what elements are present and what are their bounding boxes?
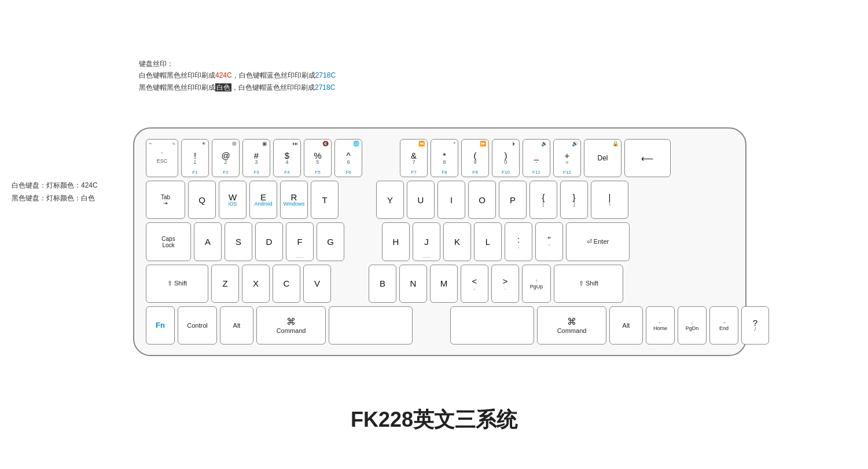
- key-z[interactable]: Z: [211, 265, 239, 303]
- key-b[interactable]: B: [369, 265, 396, 303]
- row-asdf: Caps Lock A S D F —— G H J —— K L: [146, 222, 734, 261]
- annotation-line1: 键盘丝印：: [139, 58, 336, 69]
- row-bottom: Fn Control Alt ⌘ Command ⌘ Command: [146, 306, 734, 345]
- key-e[interactable]: E Android: [249, 181, 277, 219]
- key-3[interactable]: ▣ # 3 F3: [242, 139, 270, 177]
- key-7[interactable]: ⏪ & 7 F7: [400, 139, 428, 177]
- key-4[interactable]: ⏭ $ 4 F4: [273, 139, 301, 177]
- key-r[interactable]: R Windows: [280, 181, 308, 219]
- key-v[interactable]: V: [303, 265, 331, 303]
- key-h[interactable]: H: [382, 222, 410, 261]
- key-comma[interactable]: < ,: [461, 265, 488, 303]
- key-5[interactable]: 🔇 % 5 F5: [304, 139, 332, 177]
- key-2[interactable]: ⊞ @ 2 F2: [212, 139, 240, 177]
- key-backspace[interactable]: ⟵: [624, 139, 671, 177]
- key-m[interactable]: M: [430, 265, 458, 303]
- key-rbracket[interactable]: } ]: [560, 181, 588, 219]
- key-a[interactable]: A: [194, 222, 222, 261]
- key-1[interactable]: ☀ ! 1 F1: [181, 139, 209, 177]
- key-k[interactable]: K: [443, 222, 471, 261]
- page-container: 键盘丝印： 白色键帽黑色丝印印刷成424C，白色键帽蓝色丝印印刷成2718C 黑…: [0, 0, 868, 469]
- annotation-line2: 白色键帽黑色丝印印刷成424C，白色键帽蓝色丝印印刷成2718C: [139, 69, 336, 81]
- key-quote[interactable]: " ': [535, 222, 563, 261]
- key-w[interactable]: W iOS: [219, 181, 247, 219]
- key-enter[interactable]: ⏎ Enter: [566, 222, 630, 261]
- key-lbracket[interactable]: { [: [529, 181, 557, 219]
- key-n[interactable]: N: [399, 265, 427, 303]
- key-alt-right[interactable]: Alt: [609, 306, 643, 345]
- key-j[interactable]: J ——: [413, 222, 440, 261]
- key-control-left[interactable]: Control: [178, 306, 217, 345]
- key-x[interactable]: X: [242, 265, 270, 303]
- key-t[interactable]: T: [311, 181, 339, 219]
- key-8[interactable]: * * 8 F8: [431, 139, 458, 177]
- key-shift-right[interactable]: ⇧ Shift: [554, 265, 623, 303]
- row-zxcv: ⇧ Shift Z X C V B N M < , > .: [146, 265, 734, 303]
- key-g[interactable]: G: [317, 222, 344, 261]
- key-o[interactable]: O: [468, 181, 496, 219]
- key-space-left[interactable]: [329, 306, 413, 345]
- page-title: FK228英文三系统: [351, 406, 517, 434]
- key-alt-left[interactable]: Alt: [220, 306, 253, 345]
- key-c[interactable]: C: [273, 265, 300, 303]
- key-l[interactable]: L: [474, 222, 502, 261]
- white-keyboard-label: 白色键盘：灯标颜色：424C: [12, 179, 98, 192]
- key-pgdn[interactable]: ↓ PgDn: [678, 306, 707, 345]
- key-0[interactable]: ⏵ ) 0 F10: [492, 139, 520, 177]
- key-command-right[interactable]: ⌘ Command: [537, 306, 606, 345]
- key-q[interactable]: Q: [188, 181, 216, 219]
- row-qwerty: Tab ⇥ Q W iOS E Android R Windows T: [146, 181, 734, 219]
- key-9[interactable]: ⏩ ( 9 F9: [461, 139, 489, 177]
- annotation-line3: 黑色键帽黑色丝印印刷成白色，白色键帽蓝色丝印印刷成2718C: [139, 82, 336, 93]
- key-minus[interactable]: 🔉 _ - F11: [523, 139, 550, 177]
- key-fn[interactable]: Fn: [146, 306, 175, 345]
- key-capslock[interactable]: Caps Lock: [146, 222, 191, 261]
- annotation-block: 键盘丝印： 白色键帽黑色丝印印刷成424C，白色键帽蓝色丝印印刷成2718C 黑…: [139, 58, 336, 93]
- key-home[interactable]: ← Home: [646, 306, 675, 345]
- key-del[interactable]: 🔒 Del: [584, 139, 621, 177]
- key-backslash[interactable]: | \: [591, 181, 628, 219]
- black-keyboard-label: 黑色键盘：灯标颜色：白色: [12, 192, 98, 205]
- key-esc[interactable]: ~ ≈ ` ESC: [146, 139, 178, 177]
- key-end[interactable]: → End: [709, 306, 738, 345]
- key-s[interactable]: S: [225, 222, 252, 261]
- key-d[interactable]: D: [255, 222, 283, 261]
- key-tab[interactable]: Tab ⇥: [146, 181, 185, 219]
- key-p[interactable]: P: [499, 181, 527, 219]
- key-equal[interactable]: 🔊 + = F12: [553, 139, 581, 177]
- key-semicolon[interactable]: : ;: [505, 222, 532, 261]
- key-command-left[interactable]: ⌘ Command: [256, 306, 326, 345]
- key-shift-left[interactable]: ⇧ Shift: [146, 265, 208, 303]
- key-u[interactable]: U: [407, 181, 435, 219]
- side-labels: 白色键盘：灯标颜色：424C 黑色键盘：灯标颜色：白色: [12, 179, 98, 204]
- key-period[interactable]: > .: [491, 265, 519, 303]
- row-number: ~ ≈ ` ESC ☀ ! 1 F1 ⊞ @ 2 F2: [146, 139, 734, 177]
- key-f[interactable]: F ——: [286, 222, 314, 261]
- keyboard-inner: ~ ≈ ` ESC ☀ ! 1 F1 ⊞ @ 2 F2: [146, 139, 734, 345]
- key-6[interactable]: 🌐 ^ 6 F6: [334, 139, 362, 177]
- key-y[interactable]: Y: [376, 181, 404, 219]
- keyboard-shell: ~ ≈ ` ESC ☀ ! 1 F1 ⊞ @ 2 F2: [133, 127, 746, 356]
- key-i[interactable]: I: [437, 181, 465, 219]
- key-pgup[interactable]: ↑ PgUp: [522, 265, 551, 303]
- key-slash[interactable]: ? /: [741, 306, 769, 345]
- key-space-right[interactable]: [450, 306, 534, 345]
